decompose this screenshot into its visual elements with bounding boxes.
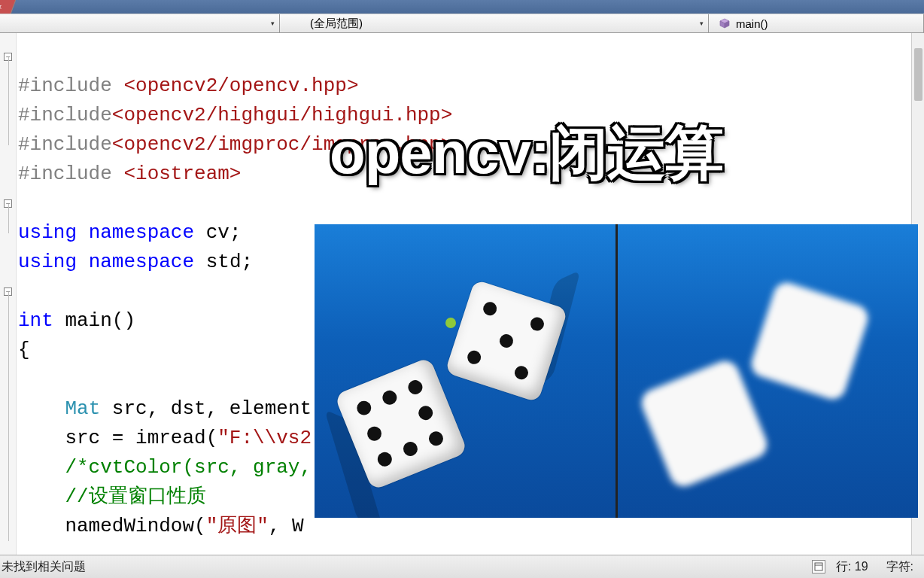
code-text: , W bbox=[269, 515, 304, 537]
scrollbar-thumb[interactable] bbox=[914, 48, 922, 101]
dropdown-arrow-icon: ▾ bbox=[700, 20, 704, 27]
svg-rect-0 bbox=[815, 563, 822, 570]
code-text: #include bbox=[18, 133, 112, 156]
cube-icon bbox=[719, 18, 730, 29]
status-char: 字符: bbox=[879, 559, 921, 575]
close-x: × bbox=[0, 2, 2, 11]
dropdown-arrow-icon: ▾ bbox=[271, 20, 275, 27]
nav-toolbar: ▾ (全局范围) ▾ main() bbox=[0, 14, 924, 33]
code-text: main() bbox=[53, 309, 135, 332]
code-text: src = imread( bbox=[18, 427, 217, 449]
fold-gutter: − − − bbox=[0, 33, 17, 555]
code-editor[interactable]: − − − #include <opencv2/opencv.hpp> #inc… bbox=[0, 33, 924, 555]
code-text: src, dst, element bbox=[100, 397, 312, 420]
status-line: 行: 19 bbox=[828, 559, 876, 575]
code-text: #include bbox=[18, 163, 123, 185]
code-text: cv bbox=[206, 221, 229, 244]
code-text: <opencv2/imgproc/imgproc.hpp> bbox=[112, 133, 452, 156]
vertical-scrollbar[interactable] bbox=[911, 33, 924, 555]
code-text: namespace bbox=[89, 221, 194, 244]
code-text: //设置窗口性质 bbox=[18, 485, 206, 508]
code-text: int bbox=[18, 309, 53, 332]
scope-dropdown-2-value: (全局范围) bbox=[310, 17, 363, 31]
code-text: ; bbox=[241, 251, 253, 273]
code-text: #include bbox=[18, 75, 123, 97]
code-text: Mat bbox=[65, 397, 100, 420]
code-text: /*cvtColor(src, gray, bbox=[18, 456, 312, 479]
code-text: namedWindow( bbox=[18, 515, 206, 537]
code-text: <opencv2/opencv.hpp> bbox=[123, 75, 358, 97]
status-split-button[interactable] bbox=[812, 560, 825, 573]
status-issues: 未找到相关问题 bbox=[0, 559, 812, 575]
scope-dropdown-1[interactable]: ▾ bbox=[0, 14, 280, 32]
code-text: "F:\\vs2 bbox=[217, 427, 312, 449]
scope-dropdown-2[interactable]: (全局范围) ▾ bbox=[280, 14, 709, 32]
code-text: namespace bbox=[89, 251, 194, 273]
status-bar: 未找到相关问题 行: 19 字符: bbox=[0, 555, 924, 578]
code-text: std bbox=[206, 251, 242, 273]
code-text: { bbox=[18, 339, 30, 361]
code-text: using bbox=[18, 221, 77, 244]
code-text: #include bbox=[18, 104, 112, 126]
close-button[interactable]: × bbox=[0, 0, 16, 14]
code-text: ; bbox=[229, 221, 242, 244]
function-dropdown-value: main() bbox=[736, 17, 768, 30]
code-text: using bbox=[18, 251, 77, 273]
function-dropdown[interactable]: main() bbox=[709, 14, 924, 32]
code-text: <iostream> bbox=[123, 163, 241, 185]
code-text: "原图" bbox=[206, 515, 269, 537]
code-text: <opencv2/highgui/highgui.hpp> bbox=[112, 104, 452, 126]
code-area[interactable]: #include <opencv2/opencv.hpp> #include<o… bbox=[17, 33, 924, 555]
